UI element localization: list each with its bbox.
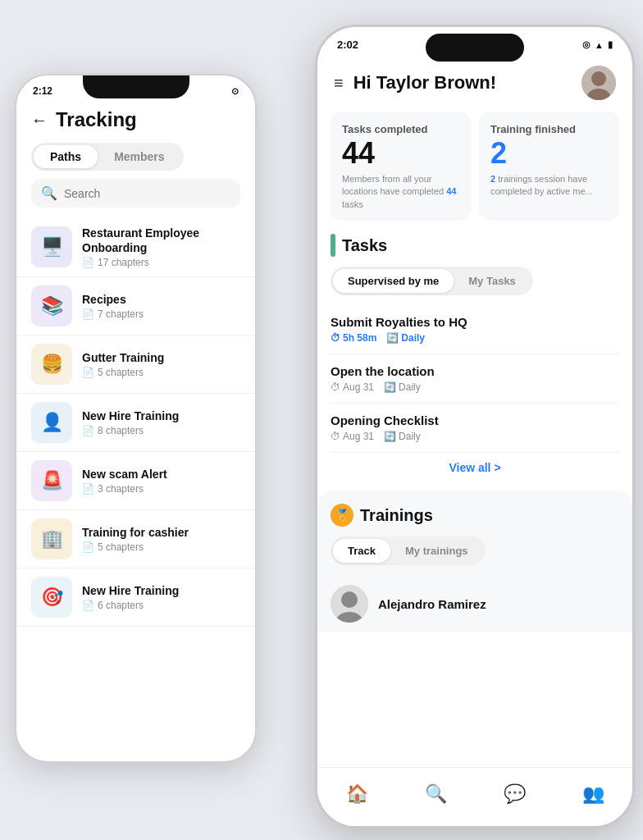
list-item-info: Restaurant Employee Onboarding 📄 17 chap…	[82, 226, 240, 268]
list-item-sub: 📄 7 chapters	[82, 308, 240, 320]
task-item-1: Submit Royalties to HQ ⏱ 5h 58m 🔄 Daily	[331, 305, 619, 354]
tab-paths[interactable]: Paths	[34, 145, 98, 168]
task-time-3: ⏱ Aug 31	[331, 431, 374, 442]
task-recur-3: 🔄 Daily	[384, 431, 421, 442]
training-finished-desc: 2 trainings session have completed by ac…	[490, 173, 608, 199]
tasks-highlight: 44	[446, 186, 456, 196]
task-meta-3: ⏱ Aug 31 🔄 Daily	[331, 431, 619, 442]
tasks-section-header: Tasks	[331, 234, 619, 257]
tab-my-tasks[interactable]: My Tasks	[454, 269, 531, 293]
search-bar[interactable]: 🔍	[31, 179, 240, 208]
trainings-accent-icon: 🏅	[331, 504, 353, 527]
list-item-sub: 📄 5 chapters	[82, 541, 240, 553]
nav-messages[interactable]: 💬	[504, 783, 526, 805]
doc-icon: 📄	[82, 308, 94, 320]
list-item-title: New scam Alert	[82, 467, 240, 482]
tasks-title: Tasks	[342, 236, 387, 255]
task-item-2: Open the location ⏱ Aug 31 🔄 Daily	[331, 354, 619, 404]
page-title: Tracking	[56, 108, 137, 131]
tasks-tabs: Supervised by me My Tasks	[331, 267, 533, 295]
tasks-accent	[331, 234, 335, 257]
task-recur-2: 🔄 Daily	[384, 381, 421, 393]
list-item-sub: 📄 3 chapters	[82, 483, 240, 495]
wifi-icon: ▲	[595, 40, 604, 50]
training-finished-number: 2	[490, 139, 608, 168]
search-input[interactable]	[64, 187, 230, 200]
person-avatar	[331, 585, 368, 623]
person-name: Alejandro Ramirez	[378, 597, 486, 611]
messages-icon: 💬	[504, 783, 526, 805]
greeting: Hi Taylor Brown!	[353, 72, 496, 94]
task-name-3: Opening Checklist	[331, 413, 619, 427]
training-finished-label: Training finished	[490, 123, 608, 135]
task-time-1: ⏱ 5h 58m	[331, 332, 376, 344]
list-item[interactable]: 🎯 New Hire Training 📄 6 chapters	[16, 568, 255, 627]
clock-icon-1: ⏱	[331, 332, 340, 344]
list-thumb: 🍔	[31, 344, 72, 385]
bottom-nav: 🏠 🔍 💬 👥	[317, 767, 632, 826]
signal-icon: ◎	[582, 39, 591, 50]
dynamic-island	[426, 34, 524, 62]
recur-icon-1: 🔄	[386, 332, 399, 344]
nav-search[interactable]: 🔍	[425, 783, 447, 805]
back-button[interactable]: ←	[31, 111, 48, 130]
right-status-icons: ◎ ▲ ▮	[582, 39, 613, 50]
trainings-tabs: Track My trainings	[331, 536, 486, 565]
svg-point-4	[341, 591, 358, 608]
trainings-section: 🏅 Trainings Track My trainings Alejandro…	[317, 491, 632, 632]
doc-icon: 📄	[82, 600, 94, 611]
task-meta-1: ⏱ 5h 58m 🔄 Daily	[331, 332, 619, 344]
list-item[interactable]: 📚 Recipes 📄 7 chapters	[16, 277, 255, 336]
doc-icon: 📄	[82, 541, 94, 553]
list-item-info: New Hire Training 📄 8 chapters	[82, 409, 240, 436]
app-header: ≡ Hi Taylor Brown!	[317, 56, 632, 112]
recur-icon-2: 🔄	[384, 381, 396, 393]
list-item-info: New Hire Training 📄 6 chapters	[82, 583, 240, 611]
list-thumb: 📚	[31, 285, 72, 326]
trainings-title: Trainings	[360, 506, 433, 525]
list-item-sub: 📄 8 chapters	[82, 425, 240, 436]
right-time: 2:02	[337, 39, 358, 51]
task-item-3: Opening Checklist ⏱ Aug 31 🔄 Daily	[331, 404, 619, 453]
list-thumb: 👤	[31, 402, 72, 443]
list-item-title: Recipes	[82, 292, 240, 307]
list-item[interactable]: 🏢 Training for cashier 📄 5 chapters	[16, 510, 255, 568]
training-finished-card: Training finished 2 2 trainings session …	[479, 112, 619, 221]
tasks-completed-desc: Members from all your locations have com…	[342, 173, 459, 211]
right-content: ≡ Hi Taylor Brown! Tasks completed 44 Me…	[317, 56, 632, 781]
task-name-2: Open the location	[331, 364, 619, 378]
list-thumb: 🎯	[31, 577, 72, 618]
list-item[interactable]: 🍔 Gutter Training 📄 5 chapters	[16, 336, 255, 394]
view-all-button[interactable]: View all >	[331, 453, 619, 479]
recur-icon-3: 🔄	[384, 431, 396, 442]
tab-my-trainings[interactable]: My trainings	[390, 539, 483, 563]
left-status-icons: ⊙	[231, 86, 239, 97]
doc-icon: 📄	[82, 367, 94, 378]
doc-icon: 📄	[82, 425, 94, 436]
paths-list: 🖥️ Restaurant Employee Onboarding 📄 17 c…	[16, 217, 255, 763]
list-item-sub: 📄 6 chapters	[82, 600, 240, 611]
list-item-title: Gutter Training	[82, 350, 240, 365]
list-thumb: 🖥️	[31, 226, 72, 267]
menu-icon[interactable]: ≡	[334, 74, 344, 93]
nav-team[interactable]: 👥	[582, 783, 604, 805]
list-item-info: Recipes 📄 7 chapters	[82, 292, 240, 320]
left-header: ← Tracking	[16, 100, 255, 138]
tab-supervised[interactable]: Supervised by me	[333, 269, 454, 293]
tasks-section: Tasks Supervised by me My Tasks Submit R…	[317, 234, 632, 479]
tasks-completed-card: Tasks completed 44 Members from all your…	[331, 112, 471, 221]
nav-home[interactable]: 🏠	[346, 783, 368, 805]
left-phone: 2:12 ⊙ ← Tracking Paths Members 🔍 🖥️ Res…	[15, 74, 257, 763]
left-time: 2:12	[33, 85, 52, 97]
list-item[interactable]: 👤 New Hire Training 📄 8 chapters	[16, 394, 255, 452]
search-icon: 🔍	[41, 185, 57, 201]
list-item[interactable]: 🖥️ Restaurant Employee Onboarding 📄 17 c…	[16, 217, 255, 277]
list-item[interactable]: 🚨 New scam Alert 📄 3 chapters	[16, 452, 255, 510]
right-phone: 2:02 ◎ ▲ ▮ ≡ Hi Taylor Brown! Tasks	[315, 25, 635, 829]
trainings-header: 🏅 Trainings	[331, 504, 619, 527]
tab-track[interactable]: Track	[333, 539, 390, 563]
avatar[interactable]	[581, 66, 616, 100]
list-thumb: 🏢	[31, 518, 72, 559]
paths-members-tabs: Paths Members	[31, 143, 184, 171]
tab-members[interactable]: Members	[98, 145, 180, 168]
